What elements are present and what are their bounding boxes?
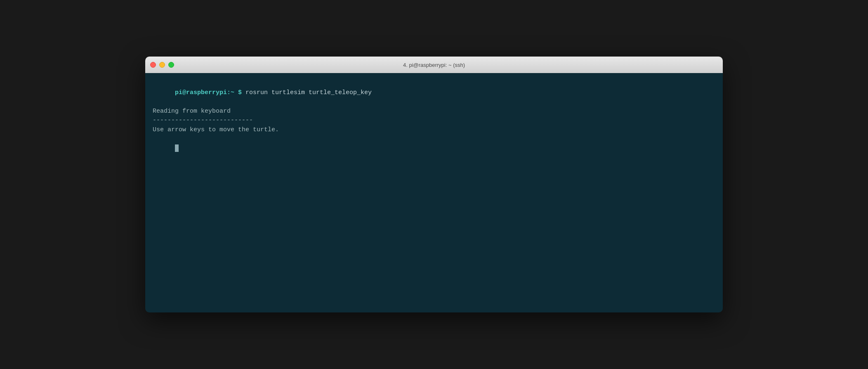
cursor-line xyxy=(153,135,715,163)
titlebar: 4. pi@raspberrypi: ~ (ssh) xyxy=(145,57,723,73)
command: rosrun turtlesim turtle_teleop_key xyxy=(245,89,372,96)
traffic-lights xyxy=(150,62,174,68)
close-button[interactable] xyxy=(150,62,156,68)
output-line-1: Reading from keyboard xyxy=(153,107,715,116)
maximize-button[interactable] xyxy=(168,62,174,68)
terminal-body[interactable]: pi@raspberrypi:~ $ rosrun turtlesim turt… xyxy=(145,73,723,312)
minimize-button[interactable] xyxy=(159,62,165,68)
terminal-cursor xyxy=(175,144,179,152)
prompt: pi@raspberrypi:~ $ xyxy=(175,89,245,96)
window-title: 4. pi@raspberrypi: ~ (ssh) xyxy=(403,62,465,68)
output-line-3: Use arrow keys to move the turtle. xyxy=(153,125,715,135)
terminal-window: 4. pi@raspberrypi: ~ (ssh) pi@raspberryp… xyxy=(145,57,723,312)
output-line-2: --------------------------- xyxy=(153,116,715,125)
command-line: pi@raspberrypi:~ $ rosrun turtlesim turt… xyxy=(153,79,715,107)
